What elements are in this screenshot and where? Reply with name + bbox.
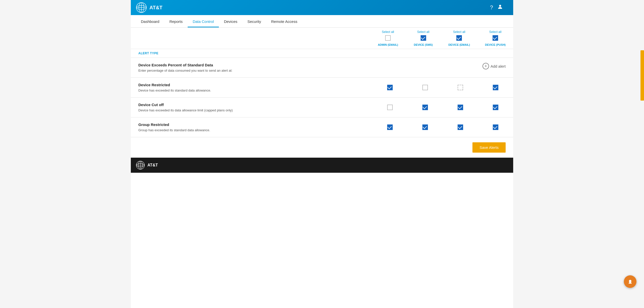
select-all-checkbox-device-push[interactable] — [493, 35, 498, 41]
checkbox-dc-device-email[interactable] — [458, 105, 463, 110]
alert-info-group-restricted: Group Restricted Group has exceeded its … — [138, 122, 380, 132]
checkbox-cell-gr-device-push — [486, 124, 506, 130]
alert-checkboxes-group-restricted — [380, 124, 506, 130]
select-all-device-sms[interactable]: Select all — [417, 30, 429, 34]
svg-point-11 — [629, 280, 631, 282]
add-alert-label: Add alert — [491, 64, 506, 68]
alert-desc-device-cutoff: Device has exceeded its data allowance l… — [138, 108, 380, 112]
chat-button[interactable] — [624, 275, 636, 288]
checkbox-dr-device-email[interactable] — [458, 85, 463, 90]
checkbox-dc-device-push[interactable] — [493, 105, 498, 110]
header-icons: ? — [490, 4, 503, 11]
select-all-admin-email[interactable]: Select all — [382, 30, 394, 34]
alert-title-group-restricted: Group Restricted — [138, 122, 380, 127]
alert-row-device-exceeds: Device Exceeds Percent of Standard Data … — [131, 58, 513, 78]
checkbox-gr-device-email[interactable] — [458, 124, 463, 130]
alert-title-device-exceeds: Device Exceeds Percent of Standard Data — [138, 63, 482, 67]
col-device-sms: Select all DEVICE (SMS) — [413, 30, 433, 46]
checkbox-cell-dr-device-sms — [415, 85, 435, 90]
alert-info-device-restricted: Device Restricted Device has exceeded it… — [138, 83, 380, 92]
alert-type-header-row: ALERT TYPE — [131, 49, 513, 58]
select-all-checkbox-device-sms[interactable] — [421, 35, 426, 41]
alert-desc-device-restricted: Device has exceeded its standard data al… — [138, 89, 380, 92]
alert-desc-device-exceeds: Enter percentage of data consumed you wa… — [138, 69, 482, 72]
user-icon[interactable] — [497, 4, 503, 11]
nav-security[interactable]: Security — [243, 16, 266, 27]
col-device-push: Select all DEVICE (PUSH) — [485, 30, 506, 46]
alert-checkboxes-device-restricted — [380, 85, 506, 90]
alert-type-label: ALERT TYPE — [138, 52, 158, 55]
col-label-device-push: DEVICE (PUSH) — [485, 43, 506, 46]
checkbox-cell-dc-device-push — [486, 105, 506, 110]
col-label-device-sms: DEVICE (SMS) — [414, 43, 433, 46]
checkbox-cell-dc-admin-email — [380, 105, 400, 110]
save-alerts-button[interactable]: Save Alerts — [472, 142, 506, 153]
checkbox-dc-admin-email[interactable] — [387, 105, 393, 110]
brand-logo: AT&T — [136, 2, 163, 13]
main-content: Select all ADMIN (EMAIL) Select all DEVI… — [131, 28, 513, 158]
nav-reports[interactable]: Reports — [164, 16, 188, 27]
select-all-checkbox-admin-email[interactable] — [385, 35, 391, 41]
checkbox-gr-device-sms[interactable] — [422, 124, 428, 130]
checkbox-gr-admin-email[interactable] — [387, 124, 393, 130]
alert-checkboxes-device-cutoff — [380, 105, 506, 110]
checkbox-cell-dr-device-email — [450, 85, 470, 90]
select-all-device-email[interactable]: Select all — [453, 30, 465, 34]
add-alert-button[interactable]: + Add alert — [482, 63, 506, 69]
checkbox-cell-gr-device-sms — [415, 124, 435, 130]
checkbox-cell-gr-device-email — [450, 124, 470, 130]
app-footer: AT&T — [131, 158, 513, 173]
checkbox-cell-dr-admin-email — [380, 85, 400, 90]
alert-desc-group-restricted: Group has exceeded its standard data all… — [138, 128, 380, 132]
checkbox-gr-device-push[interactable] — [493, 124, 498, 130]
help-icon[interactable]: ? — [490, 4, 493, 11]
column-headers: Select all ADMIN (EMAIL) Select all DEVI… — [131, 28, 513, 49]
nav-remote-access[interactable]: Remote Access — [266, 16, 302, 27]
footer-brand-name: AT&T — [147, 163, 158, 167]
save-area: Save Alerts — [131, 137, 513, 158]
col-admin-email: Select all ADMIN (EMAIL) — [378, 30, 398, 46]
checkbox-dr-device-push[interactable] — [493, 85, 498, 90]
col-label-admin-email: ADMIN (EMAIL) — [378, 43, 398, 46]
checkbox-column-headers: Select all ADMIN (EMAIL) Select all DEVI… — [378, 30, 506, 46]
col-device-email: Select all DEVICE (EMAIL) — [449, 30, 470, 46]
alert-row-group-restricted: Group Restricted Group has exceeded its … — [131, 117, 513, 137]
checkbox-cell-dr-device-push — [486, 85, 506, 90]
alert-title-device-cutoff: Device Cut off — [138, 103, 380, 107]
brand-name: AT&T — [149, 5, 163, 11]
select-all-checkbox-device-email[interactable] — [456, 35, 462, 41]
alert-info-device-exceeds: Device Exceeds Percent of Standard Data … — [138, 63, 482, 72]
nav-dashboard[interactable]: Dashboard — [136, 16, 164, 27]
checkbox-dc-device-sms[interactable] — [422, 105, 428, 110]
nav-bar: Dashboard Reports Data Control Devices S… — [131, 15, 513, 28]
checkbox-cell-gr-admin-email — [380, 124, 400, 130]
checkbox-dr-admin-email[interactable] — [387, 85, 393, 90]
svg-point-5 — [499, 5, 501, 7]
col-label-device-email: DEVICE (EMAIL) — [449, 43, 470, 46]
checkbox-cell-dc-device-email — [450, 105, 470, 110]
footer-logo: AT&T — [136, 161, 158, 170]
alert-info-device-cutoff: Device Cut off Device has exceeded its d… — [138, 103, 380, 112]
select-all-device-push[interactable]: Select all — [489, 30, 502, 34]
add-alert-icon: + — [482, 63, 489, 69]
alert-row-device-cutoff: Device Cut off Device has exceeded its d… — [131, 98, 513, 117]
nav-devices[interactable]: Devices — [219, 16, 242, 27]
scrollbar-indicator — [640, 50, 644, 101]
alert-title-device-restricted: Device Restricted — [138, 83, 380, 87]
checkbox-cell-dc-device-sms — [415, 105, 435, 110]
app-header: AT&T ? — [131, 0, 513, 15]
alert-row-device-restricted: Device Restricted Device has exceeded it… — [131, 78, 513, 98]
checkbox-dr-device-sms[interactable] — [422, 85, 428, 90]
nav-data-control[interactable]: Data Control — [188, 16, 219, 27]
